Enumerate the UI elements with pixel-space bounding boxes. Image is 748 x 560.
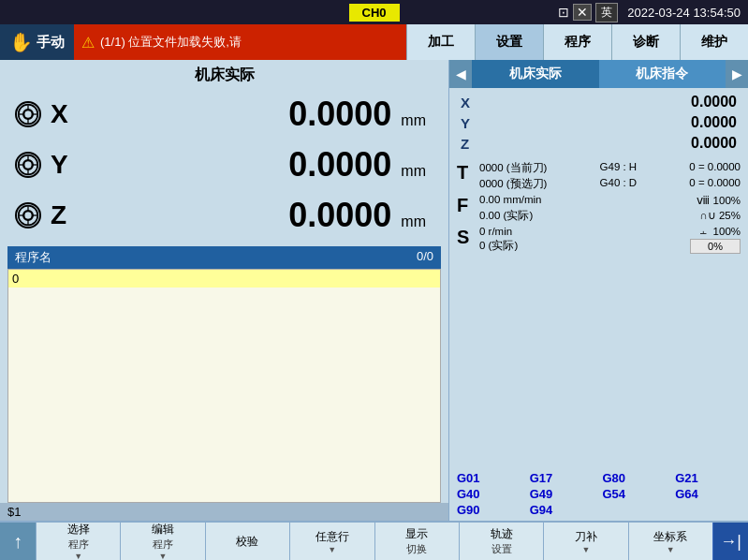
top-bar: CH0 ⊡ ✕ 英 2022-03-24 13:54:50 bbox=[0, 0, 748, 24]
s-line1-mid: ⫠ 100% bbox=[698, 226, 741, 237]
btn8-arrow-icon: ▼ bbox=[667, 545, 675, 554]
gcode-g64: G64 bbox=[675, 487, 741, 501]
t-line1-right: 0 = 0.0000 bbox=[689, 161, 741, 175]
toolbar-tool-offset-button[interactable]: 刀补 ▼ bbox=[543, 523, 627, 560]
toolbar-track-settings-button[interactable]: 轨迹 设置 bbox=[459, 523, 543, 560]
alert-triangle-icon: ⚠ bbox=[81, 34, 95, 52]
tab-machine-command[interactable]: 机床指令 bbox=[599, 60, 726, 88]
datetime-label: 2022-03-24 13:54:50 bbox=[627, 6, 741, 20]
btn6-line1: 轨迹 bbox=[491, 526, 513, 542]
mode-button[interactable]: ✋ 手动 bbox=[0, 24, 74, 60]
hand-icon: ✋ bbox=[9, 31, 33, 53]
svg-point-7 bbox=[24, 161, 33, 169]
toolbar-select-program-button[interactable]: 选择 程序 ▼ bbox=[36, 523, 120, 560]
s1-bar: $1 bbox=[0, 503, 448, 521]
btn1-line2: 程序 bbox=[68, 538, 89, 552]
right-tab-left-arrow[interactable]: ◀ bbox=[449, 60, 472, 88]
x-axis-label: X bbox=[51, 99, 84, 129]
f-line1-left: 0.00 mm/min bbox=[479, 194, 541, 207]
s-row: S 0 r/min ⫠ 100% 0 (实际) 0% bbox=[457, 226, 741, 254]
toolbar-edit-program-button[interactable]: 编辑 程序 ▼ bbox=[120, 523, 204, 560]
toolbar-verify-button[interactable]: 校验 bbox=[205, 523, 289, 560]
nav-btn-jiagong[interactable]: 加工 bbox=[406, 24, 475, 60]
z-axis-unit: mm bbox=[401, 214, 426, 229]
f-line2-left: 0.00 (实际) bbox=[479, 209, 533, 223]
x-axis-icon bbox=[15, 101, 41, 127]
btn4-arrow-icon: ▼ bbox=[328, 545, 336, 554]
right-axis-row-x: X 0.0000 bbox=[461, 92, 737, 112]
nav-btn-weihu[interactable]: 维护 bbox=[680, 24, 748, 60]
icon2: ✕ bbox=[573, 4, 592, 21]
btn3-line1: 校验 bbox=[236, 534, 258, 550]
s-line2: 0 (实际) 0% bbox=[479, 239, 741, 254]
f-line2-mid: ∩∪ 25% bbox=[700, 209, 741, 223]
right-z-value: 0.0000 bbox=[691, 135, 737, 152]
y-axis-icon bbox=[15, 152, 41, 178]
btn7-line1: 刀补 bbox=[575, 529, 597, 545]
t-line1-mid: G49 : H bbox=[600, 161, 638, 175]
right-tab-right-arrow[interactable]: ▶ bbox=[726, 60, 748, 88]
f-line2: 0.00 (实际) ∩∪ 25% bbox=[479, 209, 741, 223]
btn1-line1: 选择 bbox=[67, 522, 90, 538]
gcode-g80: G80 bbox=[603, 471, 668, 485]
nav-btn-chengxu[interactable]: 程序 bbox=[543, 24, 611, 60]
z-axis-label: Z bbox=[51, 200, 84, 230]
f-row: F 0.00 mm/min ⅷ 100% 0.00 (实际) ∩∪ 25% bbox=[457, 194, 741, 223]
right-panel: ◀ 机床实际 机床指令 ▶ X 0.0000 Y 0.0000 Z 0.0000 bbox=[448, 60, 748, 521]
tfs-section: T 0000 (当前刀) G49 : H 0 = 0.0000 0000 (预选… bbox=[449, 157, 748, 467]
right-y-name: Y bbox=[461, 115, 489, 131]
top-bar-icons: ⊡ ✕ 英 2022-03-24 13:54:50 bbox=[558, 3, 741, 22]
axis-row-z: Z 0.0000 mm bbox=[0, 192, 448, 239]
nav-btn-zhenduan[interactable]: 诊断 bbox=[611, 24, 680, 60]
svg-point-13 bbox=[24, 212, 33, 220]
gcodes-section: G01 G17 G80 G21 G40 G49 G54 G64 G90 G94 bbox=[449, 467, 748, 521]
btn4-line1: 任意行 bbox=[315, 529, 349, 545]
left-panel: 机床实际 X 0.0000 mm bbox=[0, 60, 448, 521]
f-line1-mid: ⅷ 100% bbox=[697, 194, 741, 207]
gcode-g40: G40 bbox=[457, 487, 522, 501]
btn7-arrow-icon: ▼ bbox=[581, 545, 590, 554]
machine-actual-title: 机床实际 bbox=[0, 60, 448, 89]
right-tabs: ◀ 机床实际 机床指令 ▶ bbox=[449, 60, 748, 88]
s-label: S bbox=[457, 226, 476, 248]
s-progress: 0% bbox=[690, 239, 741, 254]
lang-label[interactable]: 英 bbox=[595, 3, 618, 22]
tab-machine-actual[interactable]: 机床实际 bbox=[472, 60, 599, 88]
t-line1: 0000 (当前刀) G49 : H 0 = 0.0000 bbox=[479, 161, 741, 175]
right-arrow-icon: →| bbox=[720, 532, 741, 552]
gcode-g49: G49 bbox=[530, 487, 595, 501]
btn2-line1: 编辑 bbox=[152, 522, 174, 538]
bottom-toolbar: ↑ 选择 程序 ▼ 编辑 程序 ▼ 校验 任意行 ▼ 显示 切换 轨迹 设置 刀… bbox=[0, 521, 748, 560]
gcodes-grid: G01 G17 G80 G21 G40 G49 G54 G64 G90 G94 bbox=[457, 471, 741, 517]
toolbar-coord-system-button[interactable]: 坐标系 ▼ bbox=[628, 523, 712, 560]
program-header-label: 程序名 bbox=[15, 249, 51, 266]
t-line1-left: 0000 (当前刀) bbox=[479, 161, 547, 175]
t-content: 0000 (当前刀) G49 : H 0 = 0.0000 0000 (预选刀)… bbox=[479, 161, 741, 191]
s-line1: 0 r/min ⫠ 100% bbox=[479, 226, 741, 237]
toolbar-right-arrow-button[interactable]: →| bbox=[712, 523, 748, 560]
btn8-line1: 坐标系 bbox=[653, 529, 687, 545]
t-line2-left: 0000 (预选刀) bbox=[479, 177, 547, 191]
program-section: 程序名 0/0 0 bbox=[7, 246, 441, 503]
toolbar-any-line-button[interactable]: 任意行 ▼ bbox=[289, 523, 374, 560]
z-axis-value: 0.0000 mm bbox=[84, 196, 433, 235]
btn1-arrow-icon: ▼ bbox=[74, 552, 82, 560]
f-content: 0.00 mm/min ⅷ 100% 0.00 (实际) ∩∪ 25% bbox=[479, 194, 741, 223]
alert-bar: ⚠ (1/1) 位置文件加载失败,请 bbox=[74, 24, 406, 60]
program-body: 0 bbox=[7, 269, 441, 503]
btn6-line2: 设置 bbox=[491, 542, 512, 556]
t-line2: 0000 (预选刀) G40 : D 0 = 0.0000 bbox=[479, 177, 741, 191]
toolbar-display-switch-button[interactable]: 显示 切换 bbox=[374, 523, 459, 560]
toolbar-up-arrow-button[interactable]: ↑ bbox=[0, 523, 36, 560]
nav-btn-shezhi[interactable]: 设置 bbox=[475, 24, 543, 60]
right-axis-table: X 0.0000 Y 0.0000 Z 0.0000 bbox=[449, 88, 748, 157]
up-arrow-icon: ↑ bbox=[13, 531, 22, 553]
f-label: F bbox=[457, 194, 476, 216]
x-axis-unit: mm bbox=[401, 112, 426, 128]
t-row: T 0000 (当前刀) G49 : H 0 = 0.0000 0000 (预选… bbox=[457, 161, 741, 191]
icon1: ⊡ bbox=[558, 5, 569, 20]
mode-label: 手动 bbox=[37, 34, 65, 52]
right-axis-row-z: Z 0.0000 bbox=[461, 133, 737, 154]
second-bar: ✋ 手动 ⚠ (1/1) 位置文件加载失败,请 加工 设置 程序 诊断 维护 bbox=[0, 24, 748, 60]
right-y-value: 0.0000 bbox=[691, 114, 737, 131]
